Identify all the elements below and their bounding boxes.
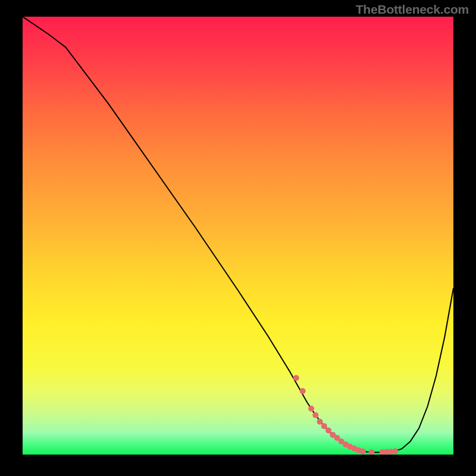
marker-point — [368, 449, 374, 455]
marker-group — [293, 375, 399, 455]
marker-point — [325, 428, 331, 434]
plot-area — [23, 17, 453, 455]
marker-point — [392, 448, 398, 454]
marker-point — [308, 406, 314, 412]
marker-point — [317, 419, 323, 425]
bottleneck-curve — [23, 17, 453, 452]
attribution-text: TheBottleneck.com — [356, 2, 469, 17]
chart-container: TheBottleneck.com — [0, 0, 476, 476]
marker-point — [293, 375, 299, 381]
marker-point — [300, 388, 306, 394]
chart-svg — [23, 17, 453, 455]
marker-point — [312, 412, 318, 418]
marker-point — [321, 423, 327, 429]
marker-point — [360, 449, 366, 455]
